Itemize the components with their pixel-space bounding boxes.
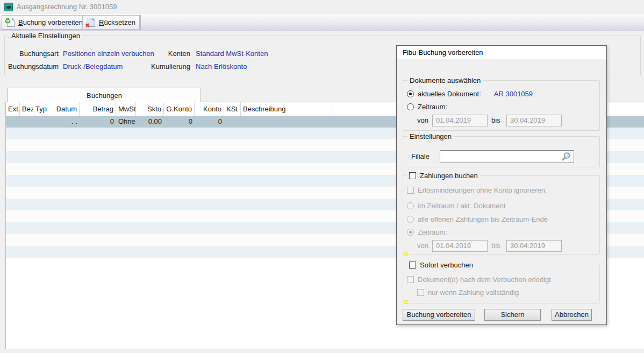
cell-kst [224, 116, 241, 128]
radio-aktuelles-dokument[interactable]: aktuelles Dokument: AR 3001059 [407, 89, 533, 98]
checkbox-erledigt: Dokument(e) nach dem Verbuchen erledigt [407, 275, 551, 284]
bis-date-field: 30.04.2019 [506, 240, 562, 252]
von-date-field: 01.04.2019 [432, 115, 488, 126]
fibu-dialog: Fibu-Buchung vorbereiten Dokumente auswä… [396, 45, 607, 325]
toolbar-separator [139, 15, 140, 30]
radio-icon [407, 229, 414, 236]
column-header-betrag[interactable]: Betrag [80, 102, 116, 116]
yellow-marker [404, 300, 407, 304]
zeitraum-zahlungen-label: Zeitraum: [418, 228, 447, 236]
cell-betrag: 0 [80, 116, 116, 128]
column-header-bez[interactable]: Bez. [20, 102, 33, 116]
von-label: von [417, 116, 428, 125]
bis-date-field: 30.04.2019 [506, 115, 562, 126]
checkbox-vollstaendig: nur wenn Zahlung vollständig [417, 288, 519, 296]
radio-zeitraum-dokumente[interactable]: Zeitraum: [407, 102, 447, 111]
column-header-kst[interactable]: KSt [224, 102, 241, 116]
dialog-prepare-booking-button[interactable]: Buchung vorbereiten [403, 309, 475, 321]
konten-label: Konten [112, 50, 190, 58]
alle-offenen-label: alle offenen Zahlungen bis Zeitraum-Ende [418, 215, 548, 223]
prepare-booking-label: Buchung vorbereiten [18, 18, 83, 26]
reset-icon: ✖ [88, 18, 95, 27]
prepare-booking-icon: ♻ [7, 18, 15, 27]
radio-icon [407, 216, 414, 223]
column-header-skto[interactable]: Skto [136, 102, 164, 116]
toolbar: ♻ Buchung vorbereiten ✖ Rücksetzen [0, 14, 644, 31]
dokumente-group-title: Dokumente auswählen [407, 76, 483, 84]
tab-buchungen[interactable]: Buchungen [8, 88, 201, 102]
app-window: Ausgangsrechnung Nr. 3001059 ♻ Buchung v… [0, 0, 644, 353]
cell-ext [6, 116, 20, 128]
reset-label: Rücksetzen [99, 18, 135, 26]
radio-alle-offenen: alle offenen Zahlungen bis Zeitraum-Ende [407, 215, 548, 223]
checkbox-icon [407, 187, 414, 194]
cell-gkonto: 0 [164, 116, 195, 128]
zahlungen-buchen-label: Zahlungen buchen [420, 172, 478, 180]
buchungsart-label: Buchungsart [5, 50, 59, 58]
column-header-konto[interactable]: Konto [195, 102, 224, 116]
column-header-beschreibung[interactable]: Beschreibung [241, 102, 332, 116]
bis-label: bis [491, 242, 500, 250]
cell-typ [33, 116, 47, 128]
kumulierung-value[interactable]: Nach Erlöskonto [196, 62, 247, 70]
aktuelles-dokument-label: aktuelles Dokument: [418, 90, 481, 98]
sofort-group [403, 265, 600, 303]
aktuelles-dokument-value: AR 3001059 [494, 90, 533, 98]
column-header-gkonto[interactable]: G.Konto [164, 102, 195, 116]
radio-im-zeitraum: im Zeitraum / akt. Dokument [407, 201, 505, 210]
konten-value[interactable]: Standard MwSt-Konten [196, 50, 268, 58]
zeitraum-label: Zeitraum: [418, 103, 447, 111]
erloesminderungen-label: Erlösminderungen ohne Konto ignorieren. [418, 186, 547, 194]
yellow-marker [404, 252, 407, 256]
checkbox-icon [409, 172, 416, 179]
cell-datum: . . [47, 116, 80, 128]
title-bar: Ausgangsrechnung Nr. 3001059 [0, 0, 644, 14]
checkbox-sofort-verbuchen[interactable]: Sofort verbuchen [407, 260, 475, 269]
erledigt-label: Dokument(e) nach dem Verbuchen erledigt [418, 276, 551, 284]
column-header-typ[interactable]: Typ [33, 102, 47, 116]
radio-icon [407, 90, 414, 97]
dialog-title: Fibu-Buchung vorbereiten [397, 46, 606, 59]
radio-zeitraum-zahlungen: Zeitraum: [407, 228, 447, 236]
von-date-field: 01.04.2019 [432, 240, 488, 252]
im-zeitraum-label: im Zeitraum / akt. Dokument [418, 202, 505, 210]
filiale-input[interactable] [440, 150, 574, 163]
cell-skto: 0,00 [136, 116, 164, 128]
tab-buchungen-label: Buchungen [87, 91, 122, 100]
kumulierung-label: Kumulierung [112, 62, 190, 70]
current-settings-title: Aktuelle Einstellungen [9, 32, 82, 40]
prepare-booking-button[interactable]: ♻ Buchung vorbereiten [2, 15, 88, 30]
cell-mwst: Ohne [116, 116, 136, 128]
status-bar [0, 349, 644, 353]
checkbox-icon [409, 262, 416, 269]
einstellungen-group: Einstellungen Filiale [403, 136, 600, 167]
bis-label: bis [491, 116, 500, 125]
checkbox-icon [407, 276, 414, 283]
window-title: Ausgangsrechnung Nr. 3001059 [17, 3, 117, 11]
vollstaendig-label: nur wenn Zahlung vollständig [428, 288, 519, 296]
app-icon [4, 3, 13, 11]
radio-icon [407, 103, 414, 110]
checkbox-erloesminderungen: Erlösminderungen ohne Konto ignorieren. [407, 186, 547, 194]
radio-icon [407, 202, 414, 209]
checkbox-zahlungen-buchen[interactable]: Zahlungen buchen [407, 171, 480, 180]
von-label: von [417, 242, 428, 250]
dialog-save-button[interactable]: Sichern [484, 309, 541, 321]
column-header-datum[interactable]: Datum [47, 102, 80, 116]
sofort-verbuchen-label: Sofort verbuchen [420, 261, 473, 269]
column-header-ext[interactable]: Ext. [6, 102, 20, 116]
column-header-mwst[interactable]: MwSt [116, 102, 136, 116]
cell-bez [20, 116, 33, 128]
checkbox-icon [417, 289, 424, 296]
einstellungen-group-title: Einstellungen [407, 132, 454, 140]
dialog-cancel-button[interactable]: Abbrechen [552, 309, 592, 321]
search-icon[interactable] [561, 152, 571, 161]
filiale-label: Filiale [411, 152, 430, 161]
buchungsdatum-label: Buchungsdatum [5, 62, 59, 70]
cell-konto: 0 [195, 116, 224, 128]
cell-beschreibung [241, 116, 332, 128]
reset-button[interactable]: ✖ Rücksetzen [82, 15, 141, 30]
